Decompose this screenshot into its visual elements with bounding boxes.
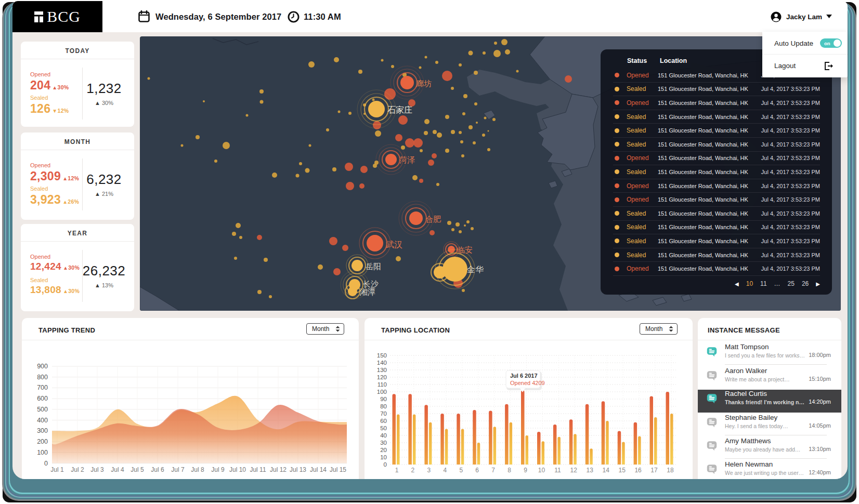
svg-text:70: 70 [380, 410, 387, 417]
svg-text:2: 2 [411, 467, 415, 474]
svg-text:150: 150 [377, 352, 387, 359]
svg-text:17: 17 [650, 467, 658, 474]
svg-text:13: 13 [587, 467, 594, 474]
svg-text:5: 5 [459, 467, 463, 474]
svg-text:Jul 2: Jul 2 [71, 466, 84, 473]
svg-text:Jul 8: Jul 8 [191, 466, 204, 473]
svg-text:4: 4 [443, 467, 447, 474]
svg-text:Jul 12: Jul 12 [270, 466, 287, 473]
svg-text:廊坊: 廊坊 [416, 79, 432, 88]
svg-text:Jul 1: Jul 1 [50, 466, 64, 473]
svg-text:8: 8 [507, 467, 511, 474]
svg-text:Jul 10: Jul 10 [229, 466, 246, 473]
svg-text:40: 40 [380, 432, 387, 439]
svg-text:120: 120 [377, 374, 387, 380]
svg-text:湘潭: 湘潭 [359, 287, 375, 296]
svg-text:9: 9 [524, 467, 527, 474]
svg-text:Jul 11: Jul 11 [250, 466, 266, 473]
svg-text:30: 30 [380, 440, 387, 446]
svg-text:110: 110 [378, 381, 387, 388]
svg-text:16: 16 [634, 467, 642, 474]
svg-text:临安: 临安 [457, 245, 473, 254]
svg-text:50: 50 [380, 425, 387, 431]
svg-text:10: 10 [380, 454, 387, 460]
svg-text:3: 3 [427, 467, 431, 474]
svg-text:200: 200 [37, 438, 48, 445]
svg-text:60: 60 [380, 418, 387, 424]
svg-text:Jul 13: Jul 13 [290, 466, 306, 473]
svg-text:Jul 4: Jul 4 [111, 466, 124, 473]
svg-text:900: 900 [37, 363, 48, 370]
svg-text:500: 500 [37, 406, 48, 413]
svg-text:Jul 14: Jul 14 [310, 466, 327, 473]
svg-text:18: 18 [667, 467, 674, 474]
svg-text:Jul 7: Jul 7 [171, 466, 185, 473]
svg-text:7: 7 [491, 467, 495, 474]
svg-text:金华: 金华 [467, 265, 484, 274]
svg-text:0: 0 [384, 461, 387, 468]
svg-text:石家庄: 石家庄 [387, 105, 412, 114]
svg-text:12: 12 [570, 467, 578, 474]
svg-text:Opened 4209: Opened 4209 [510, 380, 545, 386]
svg-text:武汉: 武汉 [386, 240, 402, 249]
svg-text:Jul 6: Jul 6 [151, 466, 164, 473]
svg-text:130: 130 [377, 367, 387, 373]
svg-text:Jul 6 2017: Jul 6 2017 [510, 373, 538, 379]
svg-text:140: 140 [377, 360, 387, 366]
svg-text:合肥: 合肥 [425, 215, 441, 223]
svg-text:Jul 3: Jul 3 [90, 466, 104, 473]
svg-text:10: 10 [538, 467, 545, 474]
svg-text:100: 100 [377, 389, 387, 395]
svg-text:菏泽: 菏泽 [399, 155, 415, 164]
svg-text:400: 400 [37, 417, 48, 424]
svg-text:700: 700 [37, 384, 48, 391]
svg-text:Jul 9: Jul 9 [211, 466, 225, 473]
svg-text:300: 300 [37, 427, 48, 434]
svg-text:20: 20 [380, 447, 387, 453]
svg-text:15: 15 [619, 467, 626, 474]
svg-text:100: 100 [37, 449, 48, 456]
svg-text:Jul 5: Jul 5 [131, 466, 144, 473]
svg-text:600: 600 [37, 395, 48, 402]
svg-text:90: 90 [380, 396, 387, 402]
svg-text:6: 6 [475, 467, 479, 474]
svg-text:11: 11 [554, 467, 561, 474]
svg-text:800: 800 [37, 374, 48, 381]
svg-text:Jul 15: Jul 15 [330, 466, 346, 473]
svg-text:0: 0 [44, 460, 48, 467]
svg-text:14: 14 [603, 467, 610, 474]
svg-text:岳阳: 岳阳 [366, 262, 381, 271]
svg-text:1: 1 [395, 467, 399, 474]
svg-text:80: 80 [380, 403, 387, 409]
